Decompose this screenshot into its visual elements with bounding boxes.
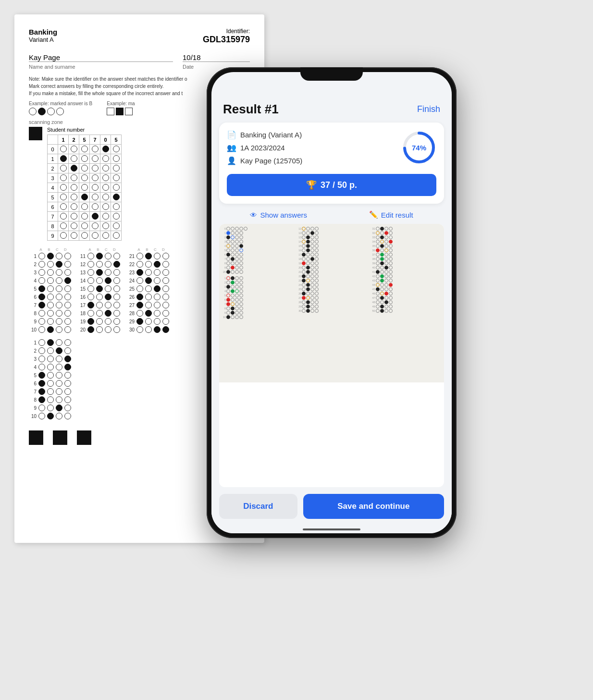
score-bar: 🏆 37 / 50 p. [227,174,436,196]
sheet-title: Banking [29,28,57,36]
result-card: 📄 Banking (Variant A) 👥 1A 2023/2024 👤 K… [219,123,444,204]
student-number-table: 125705 0 1 2 3 4 5 6 7 8 9 [47,135,122,241]
bottom-actions: Discard Save and continue [211,487,452,533]
exam-name: Banking (Variant A) [240,131,302,139]
student-number-label: Student number [47,127,122,133]
identifier-value: GDL315979 [203,35,250,45]
class-icon: 👥 [227,143,236,152]
phone-device: Result #1 Finish 📄 Banking (Variant A) 👥 [207,67,457,538]
date-input[interactable] [183,53,250,62]
bottom-qr-left [29,430,43,445]
answer-col-right: A B C D 21 22 23 24 25 26 27 28 29 30 [127,247,169,334]
show-answers-button[interactable]: 👁 Show answers [250,210,307,219]
action-row: 👁 Show answers ✏️ Edit result [219,210,444,219]
save-continue-button[interactable]: Save and continue [303,494,444,519]
bubble [29,108,37,115]
bubble-square [107,108,114,115]
document-icon: 📄 [227,130,236,139]
edit-icon: ✏️ [369,210,378,219]
bubble [56,108,64,115]
example-b-label: Example: ma [107,101,135,106]
app-header: Result #1 Finish [211,94,452,123]
edit-result-label: Edit result [381,211,413,219]
class-name: 1A 2023/2024 [240,144,285,152]
name-input[interactable] [29,53,173,62]
phone-notch [300,67,363,81]
edit-result-button[interactable]: ✏️ Edit result [369,210,413,219]
show-answers-label: Show answers [260,211,307,219]
answer-col-middle: A B C D 11 12 13 14 15 16 17 18 19 20 [78,247,120,334]
finish-button[interactable]: Finish [417,104,440,114]
example-a-label: Example: marked answer is B [29,101,92,106]
student-name: Kay Page (125705) [240,157,302,165]
phone-screen: Result #1 Finish 📄 Banking (Variant A) 👥 [211,72,452,533]
app-title: Result #1 [223,102,279,117]
bubble-square-filled [116,108,124,115]
bubble-square [125,108,133,115]
scan-preview: 0 1 2 3 4 5 6 [219,224,444,487]
bubble-filled [38,108,46,115]
circle-progress: 74% [402,130,436,165]
answer-col-left: A B C D 1 2 3 4 5 6 7 8 9 10 [29,247,71,334]
student-icon: 👤 [227,156,236,165]
sheet-variant: Variant A [29,36,57,43]
date-label: Date [183,64,194,70]
bubble [47,108,55,115]
home-bar [303,528,360,530]
qr-marker-icon [29,127,42,140]
identifier-label: Identifier: [203,28,250,35]
name-label: Name and surname [29,64,75,70]
discard-button[interactable]: Discard [219,494,297,519]
score-icon: 🏆 [306,180,317,190]
eye-icon: 👁 [250,211,257,219]
answer-col-single-left: 1 2 3 4 5 6 7 8 9 10 [29,339,71,421]
score-value: 37 / 50 p. [321,180,357,190]
bottom-qr-right [77,430,91,445]
app-content: Result #1 Finish 📄 Banking (Variant A) 👥 [211,77,452,533]
percentage-label: 74% [412,144,426,152]
bottom-qr-center [53,430,67,445]
